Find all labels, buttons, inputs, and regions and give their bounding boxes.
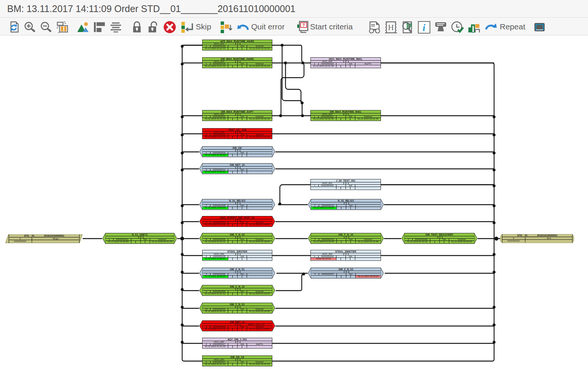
svg-text:i: i [422, 22, 425, 33]
svg-text:7: 7 [302, 22, 305, 28]
svg-text:H: H [388, 23, 394, 32]
